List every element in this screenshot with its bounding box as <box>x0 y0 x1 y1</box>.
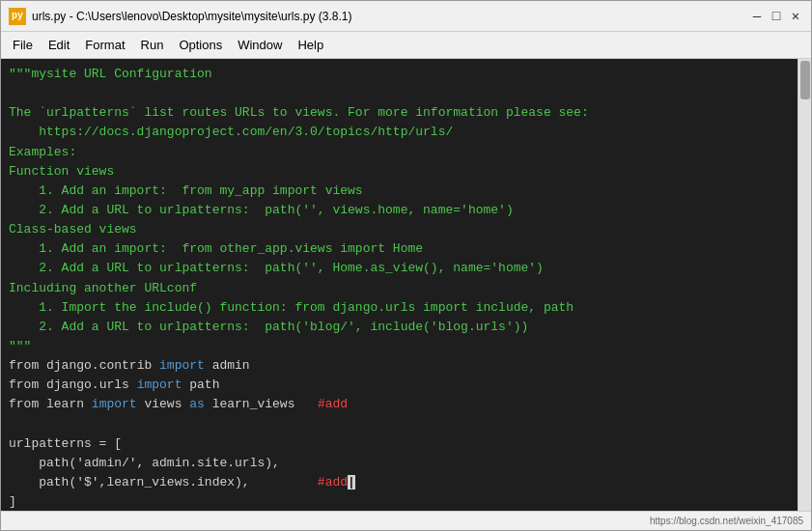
menu-bar: File Edit Format Run Options Window Help <box>1 32 811 59</box>
title-bar: py urls.py - C:\Users\lenovo\Desktop\mys… <box>1 1 811 32</box>
code-line: from django.urls import path <box>9 376 790 395</box>
code-editor[interactable]: """mysite URL Configuration The `urlpatt… <box>1 59 798 511</box>
app-icon: py <box>9 8 26 25</box>
menu-run[interactable]: Run <box>133 36 172 54</box>
title-bar-left: py urls.py - C:\Users\lenovo\Desktop\mys… <box>9 8 351 25</box>
code-line: from learn import views as learn_views #… <box>9 395 790 414</box>
vertical-scrollbar[interactable] <box>798 59 811 511</box>
code-line: path('$',learn_views.index), #add| <box>9 473 790 492</box>
code-line <box>9 84 790 103</box>
status-bar: https://blog.csdn.net/weixin_417085 <box>1 511 811 530</box>
scrollbar-thumb[interactable] <box>800 61 810 99</box>
code-line: from django.contrib import admin <box>9 356 790 376</box>
code-line: Including another URLconf <box>9 279 790 298</box>
maximize-button[interactable]: □ <box>769 9 784 24</box>
code-line: Function views <box>9 162 790 182</box>
code-line: urlpatterns = [ <box>9 434 790 454</box>
close-button[interactable]: ✕ <box>788 9 803 24</box>
code-line: 2. Add a URL to urlpatterns: path('', Ho… <box>9 259 790 278</box>
minimize-button[interactable]: — <box>749 9 765 24</box>
code-line: """ <box>9 337 790 356</box>
menu-help[interactable]: Help <box>290 36 331 54</box>
code-line: 1. Import the include() function: from d… <box>9 298 790 318</box>
code-line: https://docs.djangoproject.com/en/3.0/to… <box>9 123 790 142</box>
code-line: The `urlpatterns` list routes URLs to vi… <box>9 103 790 123</box>
editor-area[interactable]: """mysite URL Configuration The `urlpatt… <box>1 59 811 511</box>
menu-window[interactable]: Window <box>230 36 290 54</box>
code-line: path('admin/', admin.site.urls), <box>9 454 790 473</box>
window-title: urls.py - C:\Users\lenovo\Desktop\mysite… <box>32 10 351 23</box>
code-line: 1. Add an import: from other_app.views i… <box>9 239 790 259</box>
status-text: https://blog.csdn.net/weixin_417085 <box>650 516 803 526</box>
title-controls: — □ ✕ <box>749 9 803 24</box>
code-line: 2. Add a URL to urlpatterns: path('blog/… <box>9 318 790 337</box>
menu-options[interactable]: Options <box>171 36 230 54</box>
code-line: 2. Add a URL to urlpatterns: path('', vi… <box>9 201 790 220</box>
menu-format[interactable]: Format <box>77 36 132 54</box>
code-line <box>9 415 790 434</box>
menu-edit[interactable]: Edit <box>41 36 77 54</box>
code-line: Examples: <box>9 143 790 162</box>
code-line: """mysite URL Configuration <box>9 65 790 84</box>
main-window: py urls.py - C:\Users\lenovo\Desktop\mys… <box>0 0 812 531</box>
code-line: ] <box>9 492 790 511</box>
code-line: Class-based views <box>9 220 790 239</box>
code-line: 1. Add an import: from my_app import vie… <box>9 182 790 201</box>
menu-file[interactable]: File <box>5 36 41 54</box>
